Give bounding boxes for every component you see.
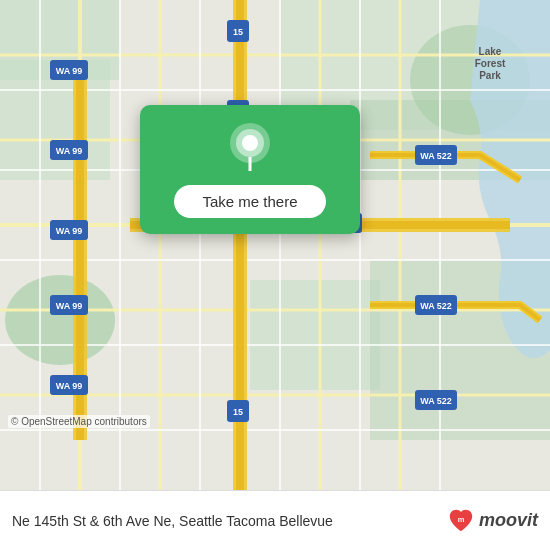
svg-point-69 (242, 135, 258, 151)
svg-point-3 (5, 275, 115, 365)
svg-text:15: 15 (233, 407, 243, 417)
svg-text:WA 99: WA 99 (56, 146, 83, 156)
moovit-heart-icon: m (447, 507, 475, 535)
osm-credit: © OpenStreetMap contributors (8, 415, 150, 428)
location-pin-icon (230, 123, 270, 175)
svg-text:WA 522: WA 522 (420, 301, 452, 311)
take-me-there-button[interactable]: Take me there (174, 185, 325, 218)
location-text: Ne 145th St & 6th Ave Ne, Seattle Tacoma… (12, 513, 447, 529)
moovit-logo: m moovit (447, 507, 538, 535)
location-card: Take me there (140, 105, 360, 234)
moovit-wordmark: moovit (479, 510, 538, 531)
svg-text:m: m (458, 514, 465, 523)
svg-text:WA 99: WA 99 (56, 381, 83, 391)
svg-text:WA 99: WA 99 (56, 226, 83, 236)
svg-text:Lake: Lake (479, 46, 502, 57)
svg-text:WA 522: WA 522 (420, 396, 452, 406)
bottom-bar: Ne 145th St & 6th Ave Ne, Seattle Tacoma… (0, 490, 550, 550)
svg-text:Forest: Forest (475, 58, 506, 69)
svg-text:WA 522: WA 522 (420, 151, 452, 161)
svg-text:WA 99: WA 99 (56, 301, 83, 311)
svg-text:Park: Park (479, 70, 501, 81)
svg-text:15: 15 (233, 27, 243, 37)
svg-text:WA 99: WA 99 (56, 66, 83, 76)
map-container: 15 15 15 15 WA 99 WA 99 WA 99 WA 99 WA 9… (0, 0, 550, 490)
